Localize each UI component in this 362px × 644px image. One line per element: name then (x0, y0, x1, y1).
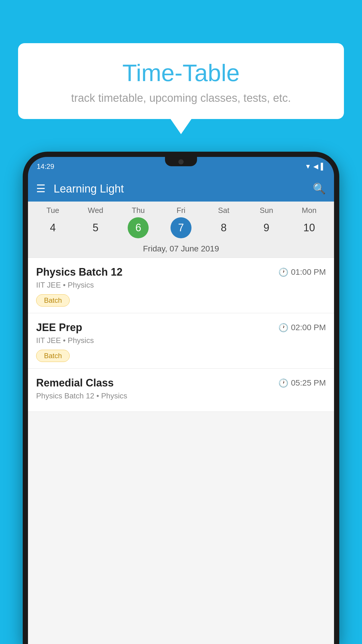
schedule-item[interactable]: JEE Prep🕐02:00 PMIIT JEE • PhysicsBatch (28, 313, 334, 369)
calendar-day-cell[interactable]: Mon10 (290, 206, 328, 238)
day-label: Tue (46, 206, 59, 215)
batch-tag: Batch (36, 350, 70, 362)
wifi-icon: ▼ (305, 163, 311, 170)
calendar-day-cell[interactable]: Thu6 (119, 206, 157, 238)
phone-camera (178, 159, 184, 164)
calendar-day-cell[interactable]: Fri7 (162, 206, 200, 238)
day-number: 7 (171, 217, 191, 238)
phone-screen: ☰ Learning Light 🔍 Tue4Wed5Thu6Fri7Sat8S… (28, 176, 334, 644)
status-icons: ▼ ◀ ▌ (305, 163, 325, 170)
speech-bubble-title: Time-Table (30, 59, 332, 87)
phone-notch (165, 157, 197, 166)
calendar-selected-date: Friday, 07 June 2019 (28, 241, 334, 258)
day-label: Wed (88, 206, 103, 215)
search-icon[interactable]: 🔍 (313, 183, 326, 195)
calendar-strip: Tue4Wed5Thu6Fri7Sat8Sun9Mon10 Friday, 07… (28, 202, 334, 258)
phone-frame: 14:29 ▼ ◀ ▌ ☰ Learning Light 🔍 Tue4Wed5T… (23, 152, 339, 644)
schedule-item-header: JEE Prep🕐02:00 PM (36, 321, 326, 334)
schedule-item-time: 🕐05:25 PM (278, 378, 326, 388)
day-label: Mon (302, 206, 317, 215)
day-label: Fri (177, 206, 185, 215)
schedule-item-header: Remedial Class🕐05:25 PM (36, 377, 326, 389)
day-label: Thu (132, 206, 145, 215)
schedule-item-name: JEE Prep (36, 321, 82, 334)
schedule-item[interactable]: Physics Batch 12🕐01:00 PMIIT JEE • Physi… (28, 258, 334, 313)
schedule-item-header: Physics Batch 12🕐01:00 PM (36, 266, 326, 278)
status-time: 14:29 (37, 162, 54, 171)
schedule-list: Physics Batch 12🕐01:00 PMIIT JEE • Physi… (28, 258, 334, 412)
day-number: 6 (128, 217, 149, 238)
schedule-item-name: Remedial Class (36, 377, 114, 389)
signal-icon: ◀ (313, 163, 318, 170)
schedule-item-sub: IIT JEE • Physics (36, 336, 326, 345)
batch-tag: Batch (36, 294, 70, 307)
hamburger-icon[interactable]: ☰ (36, 183, 45, 194)
day-number: 5 (85, 217, 106, 238)
calendar-day-cell[interactable]: Sat8 (205, 206, 243, 238)
battery-icon: ▌ (321, 163, 325, 170)
day-number: 4 (42, 217, 63, 238)
day-number: 9 (256, 217, 277, 238)
day-number: 8 (213, 217, 234, 238)
schedule-item[interactable]: Remedial Class🕐05:25 PMPhysics Batch 12 … (28, 369, 334, 412)
speech-bubble: Time-Table track timetable, upcoming cla… (18, 43, 344, 119)
calendar-day-cell[interactable]: Sun9 (247, 206, 285, 238)
schedule-item-time: 🕐02:00 PM (278, 323, 326, 332)
schedule-item-time: 🕐01:00 PM (278, 267, 326, 277)
speech-bubble-container: Time-Table track timetable, upcoming cla… (18, 43, 344, 119)
clock-icon: 🕐 (278, 378, 289, 388)
app-title: Learning Light (54, 183, 313, 195)
app-header: ☰ Learning Light 🔍 (28, 176, 334, 202)
phone-status-bar: 14:29 ▼ ◀ ▌ (28, 157, 334, 176)
clock-icon: 🕐 (278, 323, 289, 332)
calendar-days-row: Tue4Wed5Thu6Fri7Sat8Sun9Mon10 (28, 206, 334, 238)
schedule-item-sub: Physics Batch 12 • Physics (36, 391, 326, 400)
day-label: Sat (218, 206, 229, 215)
schedule-item-name: Physics Batch 12 (36, 266, 122, 278)
day-number: 10 (299, 217, 320, 238)
schedule-item-sub: IIT JEE • Physics (36, 281, 326, 290)
speech-bubble-subtitle: track timetable, upcoming classes, tests… (30, 92, 332, 104)
day-label: Sun (260, 206, 273, 215)
clock-icon: 🕐 (278, 267, 289, 277)
calendar-day-cell[interactable]: Wed5 (77, 206, 115, 238)
calendar-day-cell[interactable]: Tue4 (34, 206, 72, 238)
